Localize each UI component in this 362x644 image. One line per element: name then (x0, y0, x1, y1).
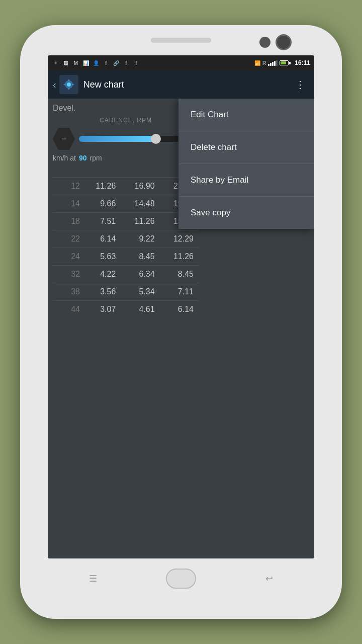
dev-label: Devel. (53, 104, 199, 113)
camera-area (259, 34, 292, 50)
cadence-label: CADENCE, RPM (53, 117, 199, 124)
save-copy-label: Save copy (191, 208, 230, 217)
table-row: 12 11.26 16.90 22.53 (53, 177, 199, 195)
table-row: 44 3.07 4.61 6.14 (53, 300, 199, 318)
camera-lens (276, 34, 292, 50)
signal-bar-2 (270, 63, 272, 66)
app-icon (59, 75, 78, 94)
menu-nav-button[interactable]: ☰ (80, 571, 106, 586)
row-col1: 3.56 (80, 287, 119, 296)
overflow-menu-button[interactable]: ⋮ (291, 78, 309, 91)
fb2-status-icon: f (122, 59, 130, 67)
status-bar: ＋ 🖼 M 📊 👤 f 🔗 f f 📶 R (48, 55, 314, 70)
row-col1: 6.14 (80, 234, 119, 244)
rpm-prefix: km/h at (53, 154, 76, 162)
row-col2: 6.34 (119, 270, 157, 279)
row-col0: 18 (55, 217, 80, 226)
menu-item-share-email[interactable]: Share by Email (178, 164, 314, 197)
row-col2: 11.26 (119, 217, 157, 226)
back-button[interactable]: ‹ (53, 79, 56, 91)
data-table: 12 11.26 16.90 22.53 14 9.66 14.48 19.31… (53, 177, 199, 318)
home-button[interactable] (166, 569, 196, 589)
menu-item-delete-chart[interactable]: Delete chart (178, 131, 314, 164)
decrement-button[interactable]: − (53, 128, 75, 150)
table-row: 24 5.63 8.45 11.26 (53, 248, 199, 265)
phone-nav: ☰ ↩ (20, 558, 342, 599)
wifi-icon: 📶 (254, 60, 260, 66)
status-icons-left: ＋ 🖼 M 📊 👤 f 🔗 f f (52, 59, 140, 67)
phone-frame: ＋ 🖼 M 📊 👤 f 🔗 f f 📶 R (20, 25, 342, 619)
signal-bar-1 (268, 64, 269, 66)
battery-fill (281, 61, 286, 64)
menu-nav-icon: ☰ (89, 573, 97, 584)
back-nav-icon: ↩ (265, 573, 273, 584)
table-row: 22 6.14 9.22 12.29 (53, 230, 199, 248)
back-nav-button[interactable]: ↩ (256, 571, 282, 586)
signal-bar-4 (274, 61, 276, 66)
chart-status-icon: 📊 (82, 59, 90, 67)
table-row: 18 7.51 11.26 15.02 (53, 212, 199, 230)
row-col2: 9.22 (119, 234, 157, 244)
table-row: 32 4.22 6.34 8.45 (53, 265, 199, 283)
slider-fill (79, 136, 157, 142)
share-email-label: Share by Email (191, 175, 248, 185)
person-status-icon: 👤 (92, 59, 100, 67)
row-col3: 8.45 (158, 270, 197, 279)
row-col2: 4.61 (119, 305, 157, 314)
row-col3: 11.26 (158, 252, 197, 261)
row-col0: 14 (55, 199, 80, 208)
row-col0: 22 (55, 234, 80, 244)
row-col0: 12 (55, 182, 80, 191)
time-display: 16:11 (295, 59, 310, 66)
row-col2: 5.34 (119, 287, 157, 296)
rpm-value: 90 (79, 154, 87, 162)
image-status-icon: 🖼 (62, 59, 70, 67)
toolbar-title: New chart (83, 79, 291, 90)
row-col1: 4.22 (80, 270, 119, 279)
screen: ＋ 🖼 M 📊 👤 f 🔗 f f 📶 R (48, 55, 314, 558)
row-col0: 24 (55, 252, 80, 261)
slider-thumb (151, 134, 161, 144)
menu-item-save-copy[interactable]: Save copy (178, 197, 314, 229)
battery-indicator (280, 60, 291, 65)
fb1-status-icon: f (102, 59, 110, 67)
edit-chart-label: Edit Chart (191, 110, 229, 119)
row-col2: 8.45 (119, 252, 157, 261)
battery-body (280, 60, 289, 65)
signal-bar-3 (272, 62, 274, 66)
gear-icon (61, 77, 76, 92)
row-col2: 14.48 (119, 199, 157, 208)
status-icons-right: 📶 R 16:11 (254, 59, 310, 66)
slider-row: − (53, 128, 199, 150)
row-col1: 7.51 (80, 217, 119, 226)
dropdown-menu: Edit Chart Delete chart Share by Email S… (178, 99, 314, 229)
mail-status-icon: M (72, 59, 80, 67)
add-status-icon: ＋ (52, 59, 60, 67)
network-label: R (262, 60, 266, 66)
row-col3: 6.14 (158, 305, 197, 314)
table-row: 38 3.56 5.34 7.11 (53, 283, 199, 300)
row-col1: 11.26 (80, 182, 119, 191)
table-row: 14 9.66 14.48 19.31 (53, 195, 199, 212)
rpm-row: km/h at 90 rpm (53, 154, 199, 162)
menu-item-edit-chart[interactable]: Edit Chart (178, 99, 314, 131)
battery-tip (289, 62, 291, 64)
link-status-icon: 🔗 (112, 59, 120, 67)
row-col0: 44 (55, 305, 80, 314)
fb3-status-icon: f (132, 59, 140, 67)
signal-bar-5 (276, 60, 278, 66)
row-col0: 38 (55, 287, 80, 296)
row-col1: 5.63 (80, 252, 119, 261)
minus-icon: − (61, 134, 67, 144)
row-col3: 12.29 (158, 234, 197, 244)
app-toolbar: ‹ New chart ⋮ (48, 70, 314, 99)
speaker (151, 38, 211, 43)
row-col2: 16.90 (119, 182, 157, 191)
signal-bars (268, 60, 278, 66)
svg-point-1 (67, 83, 71, 87)
table-header: 12 (53, 167, 199, 175)
content-area: Devel. CADENCE, RPM − km/h at 90 rpm (48, 99, 314, 558)
row-col0: 32 (55, 270, 80, 279)
delete-chart-label: Delete chart (191, 142, 237, 152)
row-col3: 7.11 (158, 287, 197, 296)
